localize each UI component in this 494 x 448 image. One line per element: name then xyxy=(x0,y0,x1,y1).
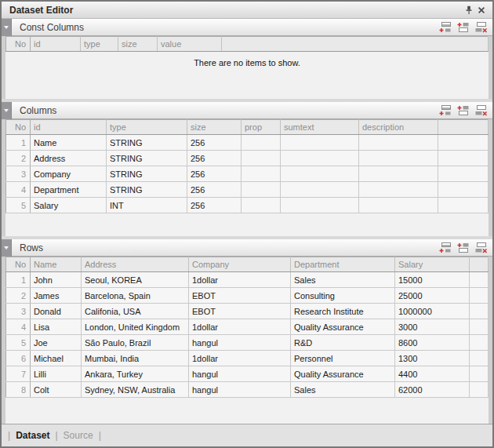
data-cell[interactable]: 1dollar xyxy=(189,319,291,335)
data-cell[interactable]: Barcelona, Spain xyxy=(82,288,189,304)
data-cell[interactable]: Mumbai, India xyxy=(82,351,189,366)
data-cell[interactable] xyxy=(470,319,489,335)
add-item-icon[interactable] xyxy=(438,242,452,254)
data-cell[interactable] xyxy=(470,351,489,366)
insert-item-icon[interactable] xyxy=(456,104,470,117)
row-number-cell[interactable]: 4 xyxy=(6,319,31,335)
data-cell[interactable]: 3000 xyxy=(395,319,470,335)
data-cell[interactable]: 256 xyxy=(187,151,242,166)
column-header[interactable]: sumtext xyxy=(281,120,359,135)
data-cell[interactable]: 1000000 xyxy=(395,304,470,319)
data-cell[interactable]: hangul xyxy=(189,335,291,351)
data-cell[interactable]: Consulting xyxy=(291,288,395,304)
column-header[interactable]: type xyxy=(81,37,118,52)
data-cell[interactable]: 1dollar xyxy=(189,351,291,366)
data-cell[interactable] xyxy=(438,166,489,182)
column-header[interactable]: description xyxy=(359,120,438,135)
data-cell[interactable]: Quality Assurance xyxy=(291,319,395,335)
delete-item-icon[interactable] xyxy=(474,104,489,117)
data-cell[interactable] xyxy=(242,166,281,182)
data-cell[interactable]: Sydney, NSW, Australia xyxy=(82,382,189,398)
row-number-cell[interactable]: 5 xyxy=(6,198,31,213)
data-cell[interactable]: hangul xyxy=(189,382,291,398)
close-icon[interactable] xyxy=(475,4,488,16)
column-header[interactable]: Salary xyxy=(395,257,470,272)
row-number-cell[interactable]: 7 xyxy=(6,366,31,382)
data-cell[interactable] xyxy=(438,151,489,166)
data-cell[interactable] xyxy=(359,182,438,198)
data-cell[interactable]: INT xyxy=(107,198,187,213)
data-cell[interactable]: hangul xyxy=(189,366,291,382)
data-cell[interactable] xyxy=(281,182,359,198)
data-cell[interactable]: Califonia, USA xyxy=(82,304,189,319)
data-cell[interactable] xyxy=(281,166,359,182)
column-header[interactable]: No xyxy=(6,37,31,52)
data-cell[interactable] xyxy=(359,198,438,213)
data-cell[interactable]: Colt xyxy=(31,382,82,398)
data-cell[interactable]: EBOT xyxy=(189,304,291,319)
data-cell[interactable]: 256 xyxy=(187,182,242,198)
data-cell[interactable] xyxy=(438,198,489,213)
data-cell[interactable]: James xyxy=(31,288,82,304)
data-cell[interactable]: Quality Assurance xyxy=(291,366,395,382)
data-cell[interactable] xyxy=(470,382,489,398)
data-cell[interactable] xyxy=(281,198,359,213)
data-cell[interactable] xyxy=(359,151,438,166)
tab-source[interactable]: Source xyxy=(64,430,93,441)
data-cell[interactable] xyxy=(281,135,359,151)
data-cell[interactable]: 8600 xyxy=(395,335,470,351)
column-header[interactable]: No xyxy=(6,257,31,272)
row-number-cell[interactable]: 6 xyxy=(6,351,31,366)
data-cell[interactable] xyxy=(470,335,489,351)
data-cell[interactable]: Lilli xyxy=(31,366,82,382)
column-header[interactable]: id xyxy=(31,37,81,52)
data-cell[interactable]: 1dollar xyxy=(189,272,291,288)
row-number-cell[interactable]: 2 xyxy=(6,151,31,166)
insert-item-icon[interactable] xyxy=(456,21,470,34)
data-cell[interactable]: STRING xyxy=(107,135,187,151)
data-cell[interactable] xyxy=(438,182,489,198)
data-cell[interactable]: EBOT xyxy=(189,288,291,304)
column-header[interactable]: size xyxy=(118,37,158,52)
row-number-cell[interactable]: 5 xyxy=(6,335,31,351)
delete-item-icon[interactable] xyxy=(474,21,489,34)
data-cell[interactable] xyxy=(438,135,489,151)
data-cell[interactable]: STRING xyxy=(107,182,187,198)
column-header[interactable]: id xyxy=(31,120,107,135)
data-cell[interactable]: 4400 xyxy=(395,366,470,382)
data-cell[interactable]: Donald xyxy=(31,304,82,319)
collapse-icon[interactable] xyxy=(2,239,12,257)
column-header[interactable]: No xyxy=(6,120,31,135)
data-cell[interactable]: 62000 xyxy=(395,382,470,398)
data-cell[interactable]: Name xyxy=(31,135,107,151)
column-header[interactable]: Department xyxy=(291,257,395,272)
data-cell[interactable] xyxy=(242,135,281,151)
data-cell[interactable]: Research Institute xyxy=(291,304,395,319)
collapse-icon[interactable] xyxy=(2,19,12,36)
collapse-icon[interactable] xyxy=(2,102,12,119)
column-header[interactable]: value xyxy=(158,37,222,52)
data-cell[interactable]: STRING xyxy=(107,151,187,166)
data-cell[interactable]: London, United Kingdom xyxy=(82,319,189,335)
row-number-cell[interactable]: 8 xyxy=(6,382,31,398)
data-cell[interactable]: Joe xyxy=(31,335,82,351)
data-cell[interactable] xyxy=(470,366,489,382)
data-cell[interactable] xyxy=(470,272,489,288)
data-cell[interactable]: Department xyxy=(31,182,107,198)
add-item-icon[interactable] xyxy=(438,104,452,117)
column-header[interactable]: size xyxy=(187,120,242,135)
data-cell[interactable]: Address xyxy=(31,151,107,166)
row-number-cell[interactable]: 1 xyxy=(6,272,31,288)
column-header[interactable] xyxy=(470,257,489,272)
data-cell[interactable]: 25000 xyxy=(395,288,470,304)
data-cell[interactable]: Salary xyxy=(31,198,107,213)
insert-item-icon[interactable] xyxy=(456,242,470,254)
column-header[interactable] xyxy=(438,120,489,135)
delete-item-icon[interactable] xyxy=(474,242,489,254)
pin-icon[interactable] xyxy=(463,4,475,16)
data-cell[interactable]: Company xyxy=(31,166,107,182)
data-cell[interactable] xyxy=(359,135,438,151)
row-number-cell[interactable]: 4 xyxy=(6,182,31,198)
data-cell[interactable]: 15000 xyxy=(395,272,470,288)
column-header[interactable]: type xyxy=(107,120,187,135)
